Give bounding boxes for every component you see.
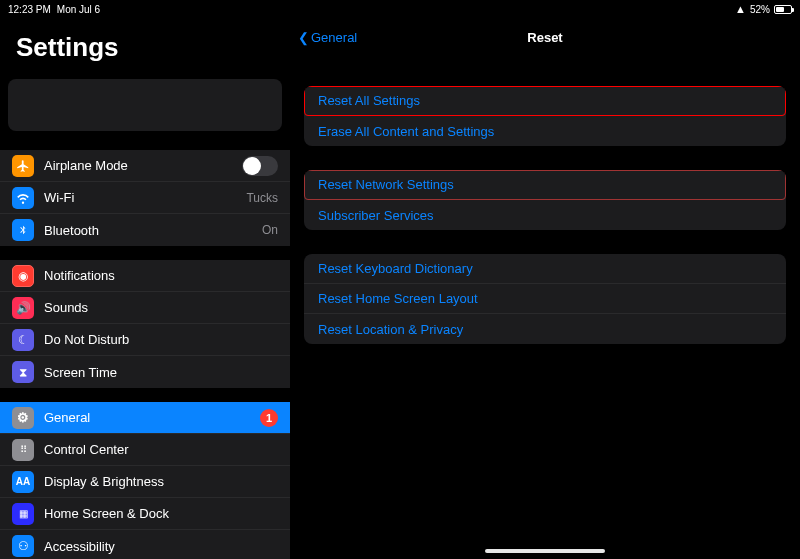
bluetooth-value: On (262, 223, 278, 237)
reset-keyboard-dictionary-cell[interactable]: Reset Keyboard Dictionary (304, 254, 786, 284)
cell-label: Reset Keyboard Dictionary (318, 261, 473, 276)
sidebar-item-bluetooth[interactable]: Bluetooth On (0, 214, 290, 246)
airplane-icon (12, 155, 34, 177)
status-date: Mon Jul 6 (57, 4, 100, 15)
wifi-icon (12, 187, 34, 209)
cell-label: Reset All Settings (318, 93, 420, 108)
detail-panel: ❮ General Reset Reset All Settings Erase… (290, 0, 800, 559)
home-indicator[interactable] (485, 549, 605, 553)
sounds-icon: 🔊 (12, 297, 34, 319)
wifi-value: Tucks (246, 191, 278, 205)
gear-icon: ⚙ (12, 407, 34, 429)
page-title: Settings (0, 28, 290, 75)
sidebar-item-label: Control Center (44, 442, 278, 457)
reset-home-screen-layout-cell[interactable]: Reset Home Screen Layout (304, 284, 786, 314)
sidebar-item-label: Sounds (44, 300, 278, 315)
sidebar-item-label: Home Screen & Dock (44, 506, 278, 521)
hourglass-icon: ⧗ (12, 361, 34, 383)
chevron-left-icon: ❮ (298, 30, 309, 45)
cell-label: Reset Location & Privacy (318, 322, 463, 337)
sidebar-item-sounds[interactable]: 🔊 Sounds (0, 292, 290, 324)
erase-all-content-cell[interactable]: Erase All Content and Settings (304, 116, 786, 146)
back-label: General (311, 30, 357, 45)
settings-sidebar: Settings Airplane Mode Wi-Fi Tucks (0, 0, 290, 559)
detail-title: Reset (527, 30, 562, 45)
sidebar-item-label: Wi-Fi (44, 190, 246, 205)
cell-label: Erase All Content and Settings (318, 124, 494, 139)
sidebar-item-display[interactable]: AA Display & Brightness (0, 466, 290, 498)
sidebar-item-screen-time[interactable]: ⧗ Screen Time (0, 356, 290, 388)
status-time: 12:23 PM (8, 4, 51, 15)
sidebar-item-label: Display & Brightness (44, 474, 278, 489)
cell-label: Reset Network Settings (318, 177, 454, 192)
sidebar-item-label: General (44, 410, 260, 425)
sidebar-item-label: Screen Time (44, 365, 278, 380)
subscriber-services-cell[interactable]: Subscriber Services (304, 200, 786, 230)
cell-label: Subscriber Services (318, 208, 434, 223)
apple-id-profile-row[interactable] (8, 79, 282, 131)
moon-icon: ☾ (12, 329, 34, 351)
sidebar-item-general[interactable]: ⚙ General 1 (0, 402, 290, 434)
sidebar-item-home-screen[interactable]: ▦ Home Screen & Dock (0, 498, 290, 530)
sidebar-item-label: Bluetooth (44, 223, 262, 238)
notifications-icon: ◉ (12, 265, 34, 287)
notification-badge: 1 (260, 409, 278, 427)
reset-all-settings-cell[interactable]: Reset All Settings (304, 86, 786, 116)
status-bar: 12:23 PM Mon Jul 6 ▲ 52% (0, 0, 800, 18)
back-button[interactable]: ❮ General (298, 30, 357, 45)
reset-network-settings-cell[interactable]: Reset Network Settings (304, 170, 786, 200)
sidebar-item-accessibility[interactable]: ⚇ Accessibility (0, 530, 290, 559)
sidebar-item-notifications[interactable]: ◉ Notifications (0, 260, 290, 292)
sidebar-item-label: Airplane Mode (44, 158, 242, 173)
bluetooth-icon (12, 219, 34, 241)
battery-icon (774, 5, 792, 14)
reset-location-privacy-cell[interactable]: Reset Location & Privacy (304, 314, 786, 344)
sidebar-item-control-center[interactable]: ⠿ Control Center (0, 434, 290, 466)
battery-percent: 52% (750, 4, 770, 15)
sidebar-item-wifi[interactable]: Wi-Fi Tucks (0, 182, 290, 214)
sidebar-item-label: Notifications (44, 268, 278, 283)
sidebar-item-dnd[interactable]: ☾ Do Not Disturb (0, 324, 290, 356)
display-icon: AA (12, 471, 34, 493)
sliders-icon: ⠿ (12, 439, 34, 461)
sidebar-item-label: Do Not Disturb (44, 332, 278, 347)
accessibility-icon: ⚇ (12, 535, 34, 557)
sidebar-item-airplane-mode[interactable]: Airplane Mode (0, 150, 290, 182)
sidebar-item-label: Accessibility (44, 539, 278, 554)
grid-icon: ▦ (12, 503, 34, 525)
wifi-status-icon: ▲ (735, 3, 746, 15)
cell-label: Reset Home Screen Layout (318, 291, 478, 306)
airplane-mode-toggle[interactable] (242, 156, 278, 176)
